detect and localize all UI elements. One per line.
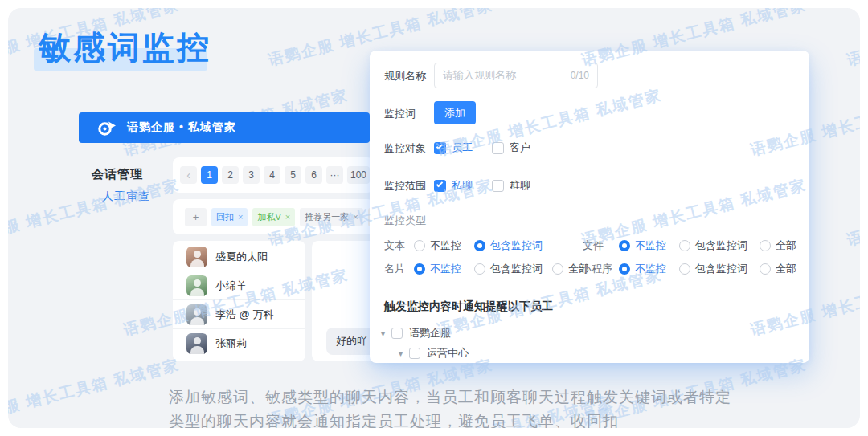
radio-unselected-icon bbox=[679, 263, 690, 275]
tag-label: 加私V bbox=[257, 211, 280, 223]
settings-panel: 规则名称 请输入规则名称 0/10 监控词 添加 监控对象 员工 客户 监控范围 bbox=[370, 51, 809, 363]
radio-label: 不监控 bbox=[635, 262, 666, 276]
checkbox-unchecked-icon[interactable] bbox=[409, 348, 420, 359]
radio-label: 包含监控词 bbox=[490, 238, 542, 253]
tag-item[interactable]: 推荐另一家 × bbox=[300, 208, 362, 226]
checkbox-label: 私聊 bbox=[452, 178, 473, 193]
radio-option[interactable]: 全部 bbox=[760, 238, 796, 253]
radio-option[interactable]: 包含监控词 bbox=[474, 238, 542, 253]
tag-close-icon[interactable]: × bbox=[285, 212, 290, 222]
avatar bbox=[186, 275, 207, 296]
checkbox-label: 员工 bbox=[452, 141, 473, 155]
contact-row[interactable]: 盛夏的太阳 bbox=[173, 242, 305, 271]
radio-label: 包含监控词 bbox=[490, 262, 542, 276]
brand-text: 语鹦企服 • 私域管家 bbox=[127, 120, 236, 135]
monitor-words-label: 监控词 bbox=[384, 107, 416, 121]
contact-name: 李浩 @ 万科 bbox=[215, 308, 273, 322]
checkbox-unchecked-icon[interactable] bbox=[391, 328, 403, 339]
pagination: ‹ 1 2 3 4 5 6 ··· 100 bbox=[173, 157, 374, 193]
avatar bbox=[186, 304, 207, 325]
checkbox-unchecked-icon bbox=[492, 142, 504, 154]
type-name-miniprogram: 小程序 bbox=[581, 262, 612, 276]
pagination-prev-icon[interactable]: ‹ bbox=[180, 166, 197, 184]
add-tag-button[interactable]: + bbox=[185, 208, 207, 226]
page-background: 语鹦企服 增长工具箱 私域管家 语鹦企服 增长工具箱 私域管家 语鹦企服 增长工… bbox=[8, 8, 860, 428]
type-name-text: 文本 bbox=[384, 238, 405, 253]
pagination-page[interactable]: 6 bbox=[305, 166, 322, 184]
radio-option[interactable]: 不监控 bbox=[619, 238, 666, 253]
pagination-page[interactable]: 2 bbox=[222, 166, 239, 184]
checkbox-option-group-chat[interactable]: 群聊 bbox=[492, 178, 530, 193]
contact-row[interactable]: 李浩 @ 万科 bbox=[173, 300, 305, 329]
radio-unselected-icon bbox=[414, 240, 425, 251]
radio-selected-icon bbox=[619, 240, 630, 251]
checkbox-unchecked-icon bbox=[492, 180, 504, 192]
radio-selected-icon bbox=[474, 240, 485, 251]
radio-unselected-icon bbox=[679, 240, 690, 251]
sidebar-item-manual-review[interactable]: 人工审查 bbox=[102, 189, 150, 204]
contact-list: 盛夏的太阳 小绵羊 李浩 @ 万科 张丽莉 bbox=[173, 241, 305, 361]
radio-selected-icon bbox=[619, 263, 630, 275]
tree-item-operations[interactable]: ▾ 运营中心 bbox=[399, 346, 469, 361]
checkbox-label: 群聊 bbox=[510, 178, 530, 193]
tag-close-icon[interactable]: × bbox=[353, 212, 358, 222]
radio-label: 包含监控词 bbox=[695, 238, 747, 253]
tree-item-company[interactable]: ▾ 语鹦企服 bbox=[381, 326, 451, 340]
checkbox-option-customer[interactable]: 客户 bbox=[492, 141, 530, 155]
pagination-ellipsis[interactable]: ··· bbox=[326, 166, 343, 184]
radio-option[interactable]: 不监控 bbox=[414, 238, 461, 253]
notify-header: 触发监控内容时通知提醒以下员工 bbox=[384, 299, 553, 314]
type-name-card: 名片 bbox=[384, 262, 405, 276]
watermark-text: 语鹦企服 增长工具箱 私域管家 bbox=[8, 355, 182, 428]
watermark-text: 语鹦企服 增长工具箱 私域管家 bbox=[8, 175, 182, 251]
caret-down-icon[interactable]: ▾ bbox=[381, 329, 385, 338]
radio-option[interactable]: 包含监控词 bbox=[679, 238, 747, 253]
radio-option[interactable]: 包含监控词 bbox=[679, 262, 747, 276]
tag-label: 回扣 bbox=[216, 211, 234, 223]
contact-name: 小绵羊 bbox=[215, 279, 247, 293]
caption-line-2: 类型的聊天内容就会通知指定员工处理，避免员工飞单、收回扣 bbox=[169, 410, 731, 428]
contact-name: 盛夏的太阳 bbox=[215, 250, 268, 264]
pagination-page-active[interactable]: 1 bbox=[201, 166, 218, 184]
pagination-page[interactable]: 3 bbox=[243, 166, 260, 184]
screenshot-stage: 语鹦企服 增长工具箱 私域管家 语鹦企服 增长工具箱 私域管家 语鹦企服 增长工… bbox=[0, 0, 868, 436]
tree-label: 运营中心 bbox=[427, 346, 469, 361]
avatar bbox=[186, 247, 207, 267]
checkbox-checked-icon bbox=[434, 142, 446, 154]
tag-item[interactable]: 加私V × bbox=[252, 208, 295, 226]
tag-close-icon[interactable]: × bbox=[238, 212, 243, 222]
radio-label: 不监控 bbox=[635, 238, 666, 253]
radio-option[interactable]: 包含监控词 bbox=[474, 262, 542, 276]
radio-unselected-icon bbox=[760, 240, 771, 251]
app-header-bar: 语鹦企服 • 私域管家 bbox=[79, 112, 370, 143]
pagination-page[interactable]: 4 bbox=[264, 166, 280, 184]
checkbox-option-employee[interactable]: 员工 bbox=[434, 141, 473, 155]
caret-down-icon[interactable]: ▾ bbox=[399, 349, 403, 358]
pagination-page-last[interactable]: 100 bbox=[347, 166, 370, 184]
parrot-logo-icon bbox=[96, 118, 116, 137]
monitor-type-label: 监控类型 bbox=[384, 214, 426, 228]
checkbox-option-private-chat[interactable]: 私聊 bbox=[434, 178, 473, 193]
radio-option[interactable]: 不监控 bbox=[414, 262, 461, 276]
radio-label: 全部 bbox=[776, 262, 796, 276]
checkbox-checked-icon bbox=[434, 180, 446, 192]
add-monitor-word-button[interactable]: 添加 bbox=[434, 101, 476, 124]
caption-text: 添加敏感词、敏感类型的聊天内容，当员工和顾客聊天过程触发关键词或者特定 类型的聊… bbox=[169, 385, 731, 428]
watermark-text: 语鹦企服 增长工具箱 私域管家 bbox=[845, 8, 860, 71]
rule-name-placeholder: 请输入规则名称 bbox=[443, 68, 571, 83]
radio-option[interactable]: 不监控 bbox=[619, 262, 666, 276]
rule-name-label: 规则名称 bbox=[384, 69, 426, 84]
contact-row[interactable]: 张丽莉 bbox=[173, 329, 305, 358]
avatar bbox=[186, 333, 207, 354]
tag-item[interactable]: 回扣 × bbox=[211, 208, 248, 226]
radio-label: 不监控 bbox=[430, 238, 461, 253]
checkbox-label: 客户 bbox=[510, 141, 530, 155]
pagination-page[interactable]: 5 bbox=[285, 166, 301, 184]
radio-selected-icon bbox=[414, 263, 425, 275]
radio-option[interactable]: 全部 bbox=[760, 262, 796, 276]
monitor-scope-label: 监控范围 bbox=[384, 179, 426, 194]
contact-row[interactable]: 小绵羊 bbox=[173, 271, 305, 300]
radio-label: 全部 bbox=[776, 238, 796, 253]
rule-name-input[interactable]: 请输入规则名称 0/10 bbox=[434, 63, 598, 88]
tag-label: 推荐另一家 bbox=[305, 211, 349, 223]
